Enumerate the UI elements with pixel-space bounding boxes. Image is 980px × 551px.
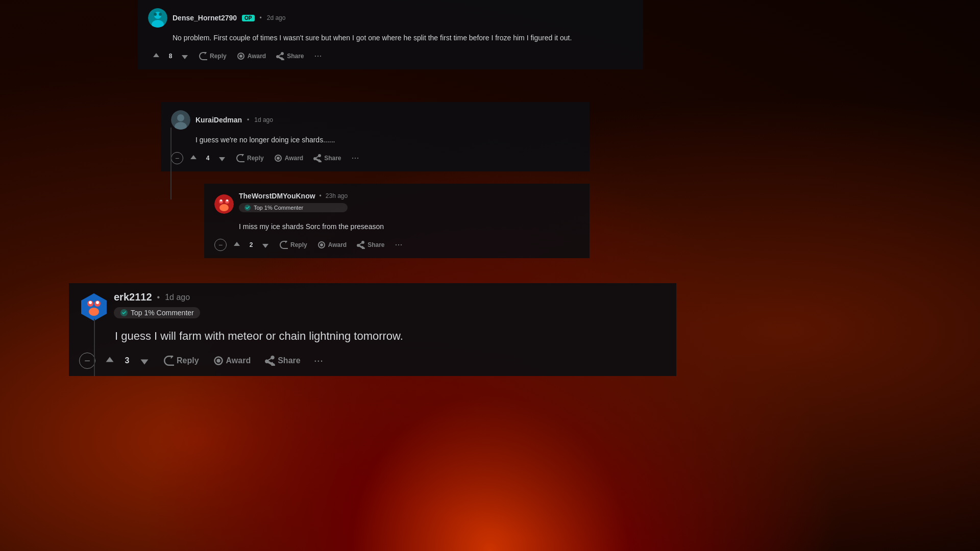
svg-point-20 <box>320 243 323 246</box>
svg-point-16 <box>220 199 222 202</box>
comment-2-reply-username: TheWorstDMYouKnow <box>239 192 315 200</box>
comment-3-vote: 3 <box>100 352 155 370</box>
comment-2-reply-timestamp: 23h ago <box>326 192 348 199</box>
comment-2: KuraiDedman • 1d ago I guess we're no lo… <box>161 102 590 171</box>
comment-2-share-button[interactable]: Share <box>309 151 345 165</box>
comment-2-vote: 4 <box>185 151 230 165</box>
svg-point-29 <box>216 359 220 363</box>
comment-1-vote: 8 <box>148 49 193 63</box>
svg-point-24 <box>89 308 99 316</box>
comment-3-collapse[interactable]: − <box>79 353 95 369</box>
comment-1-dot: • <box>260 14 262 21</box>
comment-2-username: KuraiDedman <box>195 116 242 124</box>
comment-2-more-button[interactable]: ··· <box>348 151 363 165</box>
svg-point-15 <box>219 204 229 211</box>
comment-2-header: KuraiDedman • 1d ago <box>171 110 579 130</box>
comment-1: Dense_Hornet2790 OP • 2d ago No problem.… <box>138 0 643 69</box>
comment-2-reply-vote-count: 2 <box>246 241 256 248</box>
comment-2-reply-button[interactable]: Reply <box>232 151 268 165</box>
comment-2-award-button[interactable]: Award <box>270 151 307 165</box>
svg-point-25 <box>89 301 92 304</box>
comment-2-reply-actions: − 2 Reply Award <box>214 237 579 252</box>
comment-1-upvote[interactable] <box>148 49 164 63</box>
comment-3-more-button[interactable]: ··· <box>310 352 327 369</box>
svg-point-4 <box>159 13 162 16</box>
comment-2-body: I guess we're no longer doing ice shards… <box>171 135 579 145</box>
comment-2-reply-body: I miss my ice shards Sorc from the prese… <box>214 221 579 232</box>
comment-1-more-button[interactable]: ··· <box>310 48 326 63</box>
comment-2-upvote[interactable] <box>185 151 202 165</box>
comment-1-award-button[interactable]: Award <box>233 49 270 63</box>
comment-2-reply-avatar <box>214 194 234 214</box>
thread-line-2 <box>170 128 172 199</box>
comment-2-downvote[interactable] <box>214 151 230 165</box>
comment-2-reply-flair: Top 1% Commenter <box>239 203 348 212</box>
svg-point-17 <box>226 199 228 202</box>
comment-2-vote-count: 4 <box>203 155 213 162</box>
svg-point-26 <box>96 301 99 304</box>
comment-2-reply-vote: 2 <box>229 238 274 252</box>
comment-1-body: No problem. First couple of times I wasn… <box>148 33 633 43</box>
svg-point-6 <box>239 55 242 58</box>
comment-3-share-button[interactable]: Share <box>260 352 305 370</box>
comment-3-award-button[interactable]: Award <box>208 352 256 370</box>
comment-1-timestamp: 2d ago <box>267 14 286 21</box>
comment-2-reply-award-button[interactable]: Award <box>313 238 351 252</box>
svg-point-8 <box>177 114 184 121</box>
comment-1-op-badge: OP <box>242 15 254 21</box>
comment-3-upvote[interactable] <box>100 352 120 370</box>
comment-3-header: erk2112 • 1d ago Top 1% Commenter <box>79 291 666 322</box>
svg-point-11 <box>277 157 280 160</box>
comment-3-timestamp: 1d ago <box>165 293 190 302</box>
comment-3-downvote[interactable] <box>134 352 155 370</box>
comment-1-downvote[interactable] <box>177 49 193 63</box>
comment-3-reply-button[interactable]: Reply <box>159 352 204 370</box>
comment-2-reply: TheWorstDMYouKnow • 23h ago Top 1% Comme… <box>204 184 590 258</box>
comment-2-reply-collapse[interactable]: − <box>214 239 227 251</box>
comment-2-reply-reply-button[interactable]: Reply <box>276 238 311 252</box>
comment-2-collapse[interactable]: − <box>171 152 183 164</box>
comment-3-username: erk2112 <box>114 291 152 303</box>
comment-1-username: Dense_Hornet2790 <box>173 14 237 22</box>
comment-3-body: I guess I will farm with meteor or chain… <box>79 328 666 344</box>
comment-2-reply-header: TheWorstDMYouKnow • 23h ago Top 1% Comme… <box>214 192 579 216</box>
comment-1-share-button[interactable]: Share <box>272 49 308 63</box>
comment-1-avatar <box>148 8 167 28</box>
comment-2-reply-upvote[interactable] <box>229 238 245 252</box>
comment-3-flair: Top 1% Commenter <box>114 307 200 318</box>
comment-3-avatar <box>79 292 109 322</box>
comment-2-actions: − 4 Reply Award <box>171 151 579 165</box>
svg-marker-21 <box>81 293 107 321</box>
comment-2-timestamp: 1d ago <box>254 116 273 123</box>
comment-3-actions: − 3 Reply Award <box>79 352 666 370</box>
comment-1-reply-button[interactable]: Reply <box>195 49 231 63</box>
comment-2-reply-share-button[interactable]: Share <box>353 238 388 252</box>
thread-line-3 <box>94 319 95 376</box>
comment-3-vote-count: 3 <box>121 356 133 365</box>
comment-3: erk2112 • 1d ago Top 1% Commenter I gues… <box>69 283 676 376</box>
comment-1-vote-count: 8 <box>165 53 176 60</box>
comment-1-header: Dense_Hornet2790 OP • 2d ago <box>148 8 633 28</box>
comment-2-avatar <box>171 110 190 130</box>
svg-point-3 <box>154 13 157 16</box>
comment-2-reply-more-button[interactable]: ··· <box>391 237 407 252</box>
comment-1-actions: 8 Reply Award Share ··· <box>148 48 633 63</box>
comment-2-reply-downvote[interactable] <box>257 238 274 252</box>
